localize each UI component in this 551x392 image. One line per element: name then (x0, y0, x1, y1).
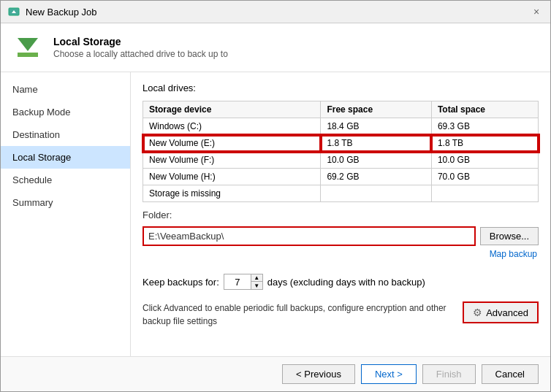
map-backup-link[interactable]: Map backup (490, 249, 539, 259)
advanced-text: Click Advanced to enable periodic full b… (142, 301, 455, 328)
table-row[interactable]: New Volume (E:)1.8 TB1.8 TB (143, 135, 539, 152)
sidebar-item-backup-mode[interactable]: Backup Mode (1, 101, 130, 123)
advanced-label: Advanced (486, 307, 528, 318)
advanced-section: Click Advanced to enable periodic full b… (142, 301, 539, 328)
table-row[interactable]: New Volume (H:)69.2 GB70.0 GB (143, 169, 539, 185)
keep-backups-suffix: days (excluding days with no backup) (267, 277, 425, 288)
table-row[interactable]: Windows (C:)18.4 GB69.3 GB (143, 118, 539, 135)
header-icon (12, 32, 43, 63)
advanced-button[interactable]: ⚙ Advanced (463, 301, 539, 323)
sidebar-item-destination[interactable]: Destination (1, 123, 130, 146)
days-spinner[interactable]: ▲ ▼ (224, 274, 263, 290)
sidebar-item-local-storage[interactable]: Local Storage (1, 146, 130, 169)
close-button[interactable]: × (530, 5, 543, 18)
browse-button[interactable]: Browse... (480, 227, 539, 245)
col-header-total: Total space (431, 101, 538, 118)
local-drives-label: Local drives: (142, 82, 539, 93)
days-input[interactable] (224, 275, 251, 289)
sidebar-item-summary[interactable]: Summary (1, 191, 130, 214)
header-subtitle: Choose a locally attached drive to back … (53, 49, 228, 59)
sidebar-item-schedule[interactable]: Schedule (1, 169, 130, 191)
footer: < Previous Next > Finish Cancel (1, 356, 550, 391)
spin-up-button[interactable]: ▲ (251, 274, 262, 282)
title-bar: New Backup Job × (1, 1, 550, 23)
arrow-bar-icon (18, 53, 38, 57)
arrow-down-icon (18, 38, 38, 51)
col-header-free: Free space (321, 101, 431, 118)
dialog-title: New Backup Job (26, 7, 97, 18)
finish-button[interactable]: Finish (422, 364, 476, 384)
drives-table: Storage device Free space Total space Wi… (142, 101, 539, 202)
table-row[interactable]: Storage is missing (143, 185, 539, 202)
next-button[interactable]: Next > (361, 364, 417, 384)
header-text: Local Storage Choose a locally attached … (53, 36, 228, 59)
table-row[interactable]: New Volume (F:)10.0 GB10.0 GB (143, 152, 539, 169)
title-bar-left: New Backup Job (8, 6, 97, 18)
main-area: NameBackup ModeDestinationLocal StorageS… (1, 72, 550, 356)
spin-down-button[interactable]: ▼ (251, 282, 262, 289)
keep-backups-row: Keep backups for: ▲ ▼ days (excluding da… (142, 274, 539, 290)
keep-backups-prefix: Keep backups for: (142, 277, 219, 288)
folder-section: Folder: Browse... Map backup (142, 210, 539, 259)
col-header-device: Storage device (143, 101, 321, 118)
content-area: Local drives: Storage device Free space … (131, 72, 550, 356)
gear-icon: ⚙ (473, 307, 482, 318)
folder-row: Browse... (142, 226, 539, 246)
spinner-arrows: ▲ ▼ (251, 274, 262, 289)
sidebar-item-name[interactable]: Name (1, 78, 130, 101)
new-backup-job-dialog: New Backup Job × Local Storage Choose a … (0, 0, 551, 392)
folder-input[interactable] (142, 226, 476, 246)
previous-button[interactable]: < Previous (282, 364, 355, 384)
dialog-icon (8, 6, 20, 18)
header: Local Storage Choose a locally attached … (1, 23, 550, 72)
folder-label: Folder: (142, 210, 539, 220)
cancel-button[interactable]: Cancel (482, 364, 539, 384)
sidebar: NameBackup ModeDestinationLocal StorageS… (1, 72, 131, 356)
header-title: Local Storage (53, 36, 228, 47)
